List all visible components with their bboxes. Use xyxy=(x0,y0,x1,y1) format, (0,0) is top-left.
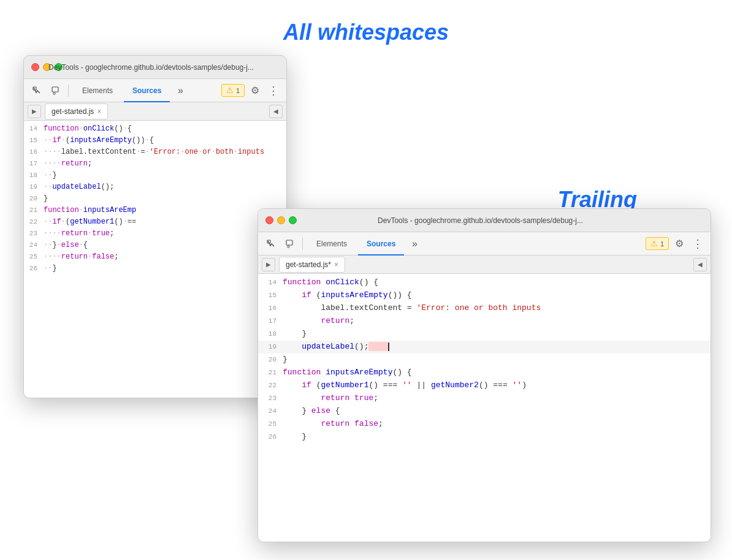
file-tabbar-2: ▶ get-started.js* × ◀ xyxy=(258,255,711,274)
code-line-24-2: 24 } else { xyxy=(258,405,711,418)
warning-icon-2: ⚠ xyxy=(650,239,658,248)
svg-rect-2 xyxy=(53,93,55,94)
svg-rect-4 xyxy=(286,240,292,245)
tab-elements-1[interactable]: Elements xyxy=(74,79,121,102)
settings-icon-2[interactable]: ⚙ xyxy=(671,236,687,252)
tab-elements-2[interactable]: Elements xyxy=(308,232,356,255)
inspect-icon-2[interactable] xyxy=(263,236,279,252)
warning-count-2: 1 xyxy=(660,240,664,248)
code-line-26-2: 26 } xyxy=(258,431,711,444)
device-icon-2[interactable] xyxy=(281,236,297,252)
code-line-23-2: 23 return true; xyxy=(258,392,711,405)
svg-rect-5 xyxy=(288,246,289,248)
inspect-icon[interactable] xyxy=(29,83,45,99)
tab-sources-1[interactable]: Sources xyxy=(124,79,170,102)
more-options-icon-1[interactable]: ⋮ xyxy=(265,84,281,97)
code-line-25-2: 25 return false; xyxy=(258,418,711,431)
code-line-17-1: 17 ····return; xyxy=(24,158,286,170)
titlebar-2: DevTools - googlechrome.github.io/devtoo… xyxy=(258,209,711,232)
settings-icon-1[interactable]: ⚙ xyxy=(247,83,263,99)
file-tab-label-1: get-started.js xyxy=(51,107,94,116)
window-title-2: DevTools - googlechrome.github.io/devtoo… xyxy=(257,216,703,225)
code-line-22-2: 22 if (getNumber1() === '' || getNumber2… xyxy=(258,379,711,392)
collapse-btn-1[interactable]: ◀ xyxy=(269,105,283,118)
more-tabs-icon-2[interactable]: » xyxy=(406,236,422,252)
code-line-14-2: 14 function onClick() { xyxy=(258,276,711,289)
code-line-22-1: 22 ··if·(getNumber1()·== xyxy=(24,216,286,228)
code-line-21-1: 21 function·inputsAreEmp xyxy=(24,205,286,216)
file-tabbar-1: ▶ get-started.js × ◀ xyxy=(24,102,286,121)
code-line-23-1: 23 ····return·true; xyxy=(24,228,286,240)
sidebar-toggle-2[interactable]: ▶ xyxy=(262,258,275,271)
page-title-all: All whitespaces xyxy=(283,20,449,45)
code-line-24-1: 24 ··}·else·{ xyxy=(24,240,286,251)
code-line-14-1: 14 function·onClick()·{ xyxy=(24,123,286,135)
code-line-20-1: 20 } xyxy=(24,193,286,205)
file-tab-close-1[interactable]: × xyxy=(97,107,101,116)
code-line-15-1: 15 ··if·(inputsAreEmpty())·{ xyxy=(24,135,286,146)
code-line-25-1: 25 ····return·false; xyxy=(24,251,286,263)
code-line-19-1: 19 ··updateLabel(); xyxy=(24,181,286,193)
code-line-18-2: 18 } xyxy=(258,328,711,341)
collapse-btn-2[interactable]: ◀ xyxy=(693,258,707,271)
more-tabs-icon-1[interactable]: » xyxy=(172,83,188,99)
code-line-16-2: 16 label.textContent = 'Error: one or bo… xyxy=(258,302,711,315)
warning-badge-1[interactable]: ⚠ 1 xyxy=(221,84,245,97)
code-line-26-1: 26 ··} xyxy=(24,263,286,274)
svg-rect-1 xyxy=(52,87,58,92)
code-line-20-2: 20 } xyxy=(258,354,711,366)
devtools-window-2: DevTools - googlechrome.github.io/devtoo… xyxy=(257,208,711,542)
toolbar-1: Elements Sources » ⚠ 1 ⚙ ⋮ xyxy=(24,79,286,102)
window-title-1: DevTools - googlechrome.github.io/devtoo… xyxy=(23,63,279,72)
titlebar-1: DevTools - googlechrome.github.io/devtoo… xyxy=(24,56,286,79)
code-line-15-2: 15 if (inputsAreEmpty()) { xyxy=(258,289,711,302)
tab-sources-2[interactable]: Sources xyxy=(358,232,404,255)
file-tab-close-2[interactable]: × xyxy=(334,260,338,269)
toolbar-2: Elements Sources » ⚠ 1 ⚙ ⋮ xyxy=(258,232,711,255)
code-area-2: 14 function onClick() { 15 if (inputsAre… xyxy=(258,274,711,542)
warning-icon-1: ⚠ xyxy=(226,86,234,95)
devtools-window-1: DevTools - googlechrome.github.io/devtoo… xyxy=(23,55,287,398)
file-tab-label-2: get-started.js* xyxy=(286,260,331,269)
code-line-21-2: 21 function inputsAreEmpty() { xyxy=(258,366,711,379)
file-tab-1[interactable]: get-started.js × xyxy=(45,104,108,119)
toolbar-divider-1 xyxy=(68,85,69,97)
toolbar-divider-2 xyxy=(302,238,303,250)
warning-badge-2[interactable]: ⚠ 1 xyxy=(646,237,669,250)
warning-count-1: 1 xyxy=(236,87,240,94)
device-icon[interactable] xyxy=(47,83,63,99)
code-line-19-2: 19 updateLabel(); xyxy=(258,341,711,354)
file-tab-2[interactable]: get-started.js* × xyxy=(279,257,345,273)
code-line-16-1: 16 ····label.textContent·=·'Error:·one·o… xyxy=(24,146,286,158)
code-area-1: 14 function·onClick()·{ 15 ··if·(inputsA… xyxy=(24,121,286,398)
code-line-18-1: 18 ··} xyxy=(24,170,286,181)
code-line-17-2: 17 return; xyxy=(258,315,711,328)
more-options-icon-2[interactable]: ⋮ xyxy=(690,237,706,251)
sidebar-toggle-1[interactable]: ▶ xyxy=(28,105,41,118)
